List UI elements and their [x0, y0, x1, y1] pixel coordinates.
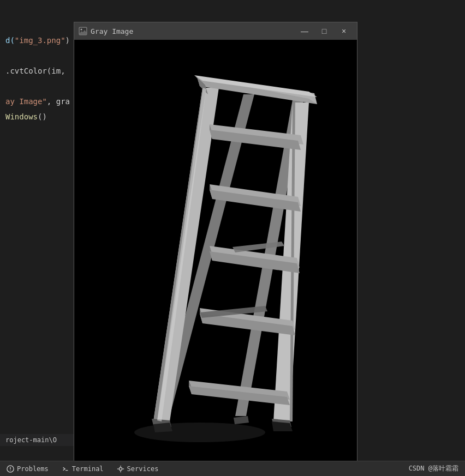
- bottom-status-bar: Problems Terminal Services CSDN @落叶霜霜: [0, 461, 465, 476]
- image-icon: [79, 27, 87, 35]
- problems-label: Problems: [17, 465, 49, 473]
- titlebar-left: Gray Image: [79, 27, 133, 35]
- watermark-text: CSDN @落叶霜霜: [402, 464, 465, 473]
- close-button[interactable]: ×: [335, 25, 353, 38]
- minimize-button[interactable]: —: [296, 25, 313, 38]
- path-text: roject-main\O: [5, 436, 57, 444]
- terminal-label: Terminal: [72, 465, 104, 473]
- svg-point-2: [81, 29, 82, 31]
- path-display: roject-main\O: [0, 434, 74, 446]
- window-app-icon: [79, 27, 87, 35]
- image-window: Gray Image — □ ×: [74, 22, 357, 463]
- services-label: Services: [127, 465, 159, 473]
- svg-point-44: [119, 467, 122, 470]
- terminal-icon: [62, 465, 69, 473]
- warning-icon: [7, 465, 14, 473]
- svg-marker-37: [153, 423, 172, 432]
- svg-point-42: [10, 470, 10, 471]
- window-title: Gray Image: [91, 27, 133, 35]
- window-content: [74, 40, 357, 463]
- problems-tab[interactable]: Problems: [0, 461, 55, 476]
- terminal-tab[interactable]: Terminal: [55, 461, 110, 476]
- services-icon: [117, 465, 124, 473]
- window-titlebar: Gray Image — □ ×: [74, 22, 357, 40]
- ladder-svg: [74, 40, 336, 460]
- ladder-image-container: [74, 40, 357, 463]
- maximize-button[interactable]: □: [315, 25, 333, 38]
- services-tab[interactable]: Services: [110, 461, 165, 476]
- window-controls[interactable]: — □ ×: [296, 25, 353, 38]
